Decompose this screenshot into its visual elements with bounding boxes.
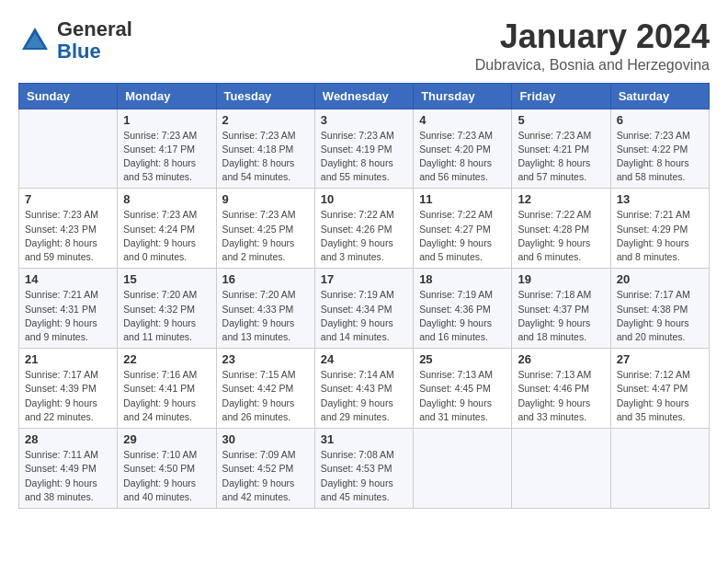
day-info: Sunrise: 7:23 AM Sunset: 4:19 PM Dayligh… — [321, 129, 407, 185]
day-info: Sunrise: 7:09 AM Sunset: 4:52 PM Dayligh… — [222, 448, 309, 504]
day-info: Sunrise: 7:23 AM Sunset: 4:22 PM Dayligh… — [617, 129, 703, 185]
calendar-table: SundayMondayTuesdayWednesdayThursdayFrid… — [18, 83, 710, 509]
calendar-cell — [512, 429, 610, 509]
day-info: Sunrise: 7:23 AM Sunset: 4:17 PM Dayligh… — [123, 129, 210, 185]
day-number: 11 — [419, 192, 506, 206]
calendar-cell: 1Sunrise: 7:23 AM Sunset: 4:17 PM Daylig… — [118, 109, 216, 189]
day-info: Sunrise: 7:22 AM Sunset: 4:27 PM Dayligh… — [419, 208, 506, 264]
day-number: 24 — [321, 352, 407, 366]
weekday-header: Wednesday — [314, 83, 413, 109]
calendar-cell: 28Sunrise: 7:11 AM Sunset: 4:49 PM Dayli… — [19, 429, 118, 509]
day-info: Sunrise: 7:13 AM Sunset: 4:46 PM Dayligh… — [518, 368, 604, 424]
calendar-cell: 18Sunrise: 7:19 AM Sunset: 4:36 PM Dayli… — [414, 269, 512, 349]
calendar-week-row: 1Sunrise: 7:23 AM Sunset: 4:17 PM Daylig… — [19, 109, 710, 189]
logo: General Blue — [18, 18, 132, 63]
day-number: 8 — [123, 192, 210, 206]
logo-general-text: General — [57, 17, 132, 40]
calendar-cell: 8Sunrise: 7:23 AM Sunset: 4:24 PM Daylig… — [118, 189, 216, 269]
calendar-cell: 21Sunrise: 7:17 AM Sunset: 4:39 PM Dayli… — [19, 349, 118, 429]
day-number: 19 — [518, 272, 604, 286]
day-info: Sunrise: 7:17 AM Sunset: 4:39 PM Dayligh… — [25, 368, 111, 424]
calendar-cell: 4Sunrise: 7:23 AM Sunset: 4:20 PM Daylig… — [414, 109, 512, 189]
calendar-cell: 15Sunrise: 7:20 AM Sunset: 4:32 PM Dayli… — [118, 269, 216, 349]
day-number: 17 — [321, 272, 407, 286]
weekday-header: Thursday — [414, 83, 512, 109]
weekday-header: Sunday — [19, 83, 118, 109]
calendar-cell — [610, 429, 709, 509]
calendar-week-row: 21Sunrise: 7:17 AM Sunset: 4:39 PM Dayli… — [19, 349, 710, 429]
day-info: Sunrise: 7:23 AM Sunset: 4:23 PM Dayligh… — [25, 208, 111, 264]
day-info: Sunrise: 7:19 AM Sunset: 4:36 PM Dayligh… — [419, 288, 506, 344]
calendar-cell: 12Sunrise: 7:22 AM Sunset: 4:28 PM Dayli… — [512, 189, 610, 269]
day-info: Sunrise: 7:23 AM Sunset: 4:20 PM Dayligh… — [419, 129, 506, 185]
day-number: 25 — [419, 352, 506, 366]
day-number: 29 — [123, 432, 210, 446]
calendar-cell: 11Sunrise: 7:22 AM Sunset: 4:27 PM Dayli… — [414, 189, 512, 269]
day-number: 12 — [518, 192, 604, 206]
calendar-cell: 24Sunrise: 7:14 AM Sunset: 4:43 PM Dayli… — [314, 349, 413, 429]
day-info: Sunrise: 7:18 AM Sunset: 4:37 PM Dayligh… — [518, 288, 604, 344]
day-number: 1 — [123, 113, 210, 127]
calendar-cell: 5Sunrise: 7:23 AM Sunset: 4:21 PM Daylig… — [512, 109, 610, 189]
calendar-header-row: SundayMondayTuesdayWednesdayThursdayFrid… — [19, 83, 710, 109]
day-number: 4 — [419, 113, 506, 127]
month-title: January 2024 — [475, 18, 710, 55]
weekday-header: Tuesday — [216, 83, 314, 109]
calendar-cell: 17Sunrise: 7:19 AM Sunset: 4:34 PM Dayli… — [314, 269, 413, 349]
calendar-cell: 14Sunrise: 7:21 AM Sunset: 4:31 PM Dayli… — [19, 269, 118, 349]
day-number: 23 — [222, 352, 309, 366]
day-number: 6 — [617, 113, 703, 127]
calendar-cell: 30Sunrise: 7:09 AM Sunset: 4:52 PM Dayli… — [216, 429, 314, 509]
day-info: Sunrise: 7:17 AM Sunset: 4:38 PM Dayligh… — [617, 288, 703, 344]
day-info: Sunrise: 7:08 AM Sunset: 4:53 PM Dayligh… — [321, 448, 407, 504]
day-number: 13 — [617, 192, 703, 206]
calendar-cell: 16Sunrise: 7:20 AM Sunset: 4:33 PM Dayli… — [216, 269, 314, 349]
day-info: Sunrise: 7:14 AM Sunset: 4:43 PM Dayligh… — [321, 368, 407, 424]
day-info: Sunrise: 7:23 AM Sunset: 4:25 PM Dayligh… — [222, 208, 309, 264]
calendar-cell: 29Sunrise: 7:10 AM Sunset: 4:50 PM Dayli… — [118, 429, 216, 509]
calendar-cell: 20Sunrise: 7:17 AM Sunset: 4:38 PM Dayli… — [610, 269, 709, 349]
day-info: Sunrise: 7:20 AM Sunset: 4:33 PM Dayligh… — [222, 288, 309, 344]
day-info: Sunrise: 7:23 AM Sunset: 4:18 PM Dayligh… — [222, 129, 309, 185]
day-number: 10 — [321, 192, 407, 206]
calendar-cell: 23Sunrise: 7:15 AM Sunset: 4:42 PM Dayli… — [216, 349, 314, 429]
calendar-cell: 9Sunrise: 7:23 AM Sunset: 4:25 PM Daylig… — [216, 189, 314, 269]
day-info: Sunrise: 7:16 AM Sunset: 4:41 PM Dayligh… — [123, 368, 210, 424]
calendar-cell — [19, 109, 118, 189]
calendar-cell: 26Sunrise: 7:13 AM Sunset: 4:46 PM Dayli… — [512, 349, 610, 429]
day-info: Sunrise: 7:22 AM Sunset: 4:26 PM Dayligh… — [321, 208, 407, 264]
day-info: Sunrise: 7:20 AM Sunset: 4:32 PM Dayligh… — [123, 288, 210, 344]
calendar-week-row: 7Sunrise: 7:23 AM Sunset: 4:23 PM Daylig… — [19, 189, 710, 269]
calendar-cell: 22Sunrise: 7:16 AM Sunset: 4:41 PM Dayli… — [118, 349, 216, 429]
day-number: 20 — [617, 272, 703, 286]
day-number: 7 — [25, 192, 111, 206]
calendar-cell: 7Sunrise: 7:23 AM Sunset: 4:23 PM Daylig… — [19, 189, 118, 269]
calendar-cell: 10Sunrise: 7:22 AM Sunset: 4:26 PM Dayli… — [314, 189, 413, 269]
day-number: 22 — [123, 352, 210, 366]
calendar-cell: 6Sunrise: 7:23 AM Sunset: 4:22 PM Daylig… — [610, 109, 709, 189]
day-number: 2 — [222, 113, 309, 127]
day-info: Sunrise: 7:22 AM Sunset: 4:28 PM Dayligh… — [518, 208, 604, 264]
day-number: 3 — [321, 113, 407, 127]
weekday-header: Monday — [118, 83, 216, 109]
day-number: 18 — [419, 272, 506, 286]
day-info: Sunrise: 7:15 AM Sunset: 4:42 PM Dayligh… — [222, 368, 309, 424]
day-number: 28 — [25, 432, 111, 446]
calendar-cell: 13Sunrise: 7:21 AM Sunset: 4:29 PM Dayli… — [610, 189, 709, 269]
day-number: 15 — [123, 272, 210, 286]
weekday-header: Friday — [512, 83, 610, 109]
logo-blue-text: Blue — [57, 40, 101, 63]
calendar-week-row: 28Sunrise: 7:11 AM Sunset: 4:49 PM Dayli… — [19, 429, 710, 509]
calendar-cell: 2Sunrise: 7:23 AM Sunset: 4:18 PM Daylig… — [216, 109, 314, 189]
location-subtitle: Dubravica, Bosnia and Herzegovina — [475, 57, 710, 74]
day-number: 27 — [617, 352, 703, 366]
day-info: Sunrise: 7:11 AM Sunset: 4:49 PM Dayligh… — [25, 448, 111, 504]
day-number: 31 — [321, 432, 407, 446]
day-number: 5 — [518, 113, 604, 127]
day-info: Sunrise: 7:21 AM Sunset: 4:31 PM Dayligh… — [25, 288, 111, 344]
day-number: 14 — [25, 272, 111, 286]
day-number: 21 — [25, 352, 111, 366]
day-number: 16 — [222, 272, 309, 286]
calendar-cell: 31Sunrise: 7:08 AM Sunset: 4:53 PM Dayli… — [314, 429, 413, 509]
calendar-cell: 19Sunrise: 7:18 AM Sunset: 4:37 PM Dayli… — [512, 269, 610, 349]
